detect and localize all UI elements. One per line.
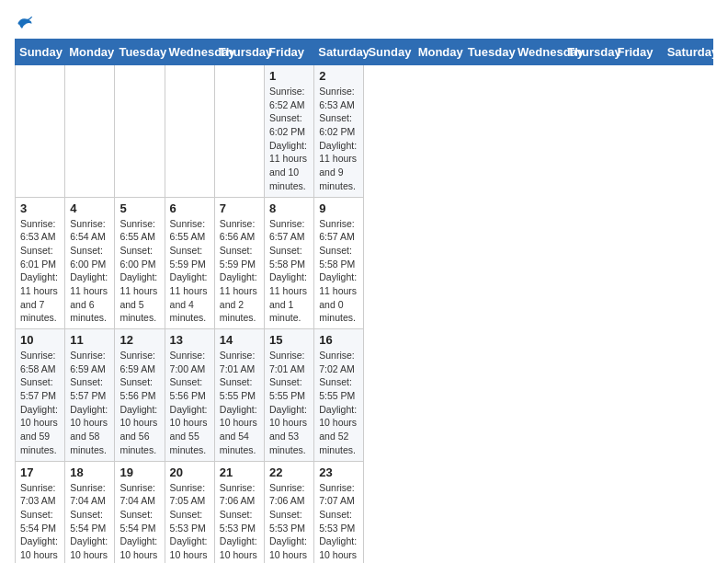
- calendar-day-cell: 4Sunrise: 6:54 AM Sunset: 6:00 PM Daylig…: [65, 197, 115, 329]
- logo: [15, 15, 33, 31]
- day-number: 6: [170, 201, 210, 215]
- calendar-day-cell: 7Sunrise: 6:56 AM Sunset: 5:59 PM Daylig…: [214, 197, 264, 329]
- day-number: 2: [319, 69, 358, 83]
- header-cell-wednesday: Wednesday: [514, 40, 563, 65]
- day-number: 22: [269, 465, 309, 479]
- header-thursday: Thursday: [214, 40, 264, 65]
- calendar-day-cell: 8Sunrise: 6:57 AM Sunset: 5:58 PM Daylig…: [265, 197, 314, 329]
- day-number: 8: [269, 201, 309, 215]
- day-info: Sunrise: 6:55 AM Sunset: 5:59 PM Dayligh…: [170, 217, 210, 326]
- header-monday: Monday: [65, 40, 115, 65]
- calendar-day-cell: 22Sunrise: 7:06 AM Sunset: 5:53 PM Dayli…: [265, 461, 314, 563]
- calendar-day-cell: [65, 65, 115, 198]
- header-cell-friday: Friday: [613, 40, 663, 65]
- day-info: Sunrise: 7:06 AM Sunset: 5:53 PM Dayligh…: [269, 481, 309, 564]
- day-info: Sunrise: 6:58 AM Sunset: 5:57 PM Dayligh…: [20, 349, 60, 457]
- calendar-day-cell: 21Sunrise: 7:06 AM Sunset: 5:53 PM Dayli…: [214, 461, 264, 563]
- calendar-day-cell: [16, 65, 65, 198]
- calendar-day-cell: 1Sunrise: 6:52 AM Sunset: 6:02 PM Daylig…: [265, 65, 314, 198]
- header-sunday: Sunday: [16, 40, 65, 65]
- day-number: 4: [70, 201, 109, 215]
- header-wednesday: Wednesday: [165, 40, 214, 65]
- page-header: [15, 15, 713, 31]
- header-tuesday: Tuesday: [115, 40, 165, 65]
- day-info: Sunrise: 7:04 AM Sunset: 5:54 PM Dayligh…: [70, 481, 109, 564]
- day-info: Sunrise: 6:53 AM Sunset: 6:01 PM Dayligh…: [20, 217, 60, 326]
- day-info: Sunrise: 7:00 AM Sunset: 5:56 PM Dayligh…: [170, 349, 210, 457]
- day-info: Sunrise: 7:01 AM Sunset: 5:55 PM Dayligh…: [220, 349, 259, 457]
- day-number: 21: [220, 465, 259, 479]
- calendar-day-cell: 3Sunrise: 6:53 AM Sunset: 6:01 PM Daylig…: [16, 197, 65, 329]
- day-info: Sunrise: 7:02 AM Sunset: 5:55 PM Dayligh…: [319, 349, 358, 457]
- calendar-day-cell: 16Sunrise: 7:02 AM Sunset: 5:55 PM Dayli…: [314, 329, 364, 462]
- day-number: 23: [319, 465, 358, 479]
- calendar-day-cell: 18Sunrise: 7:04 AM Sunset: 5:54 PM Dayli…: [65, 461, 115, 563]
- logo-bird-icon: [17, 15, 33, 31]
- calendar-day-cell: 15Sunrise: 7:01 AM Sunset: 5:55 PM Dayli…: [265, 329, 314, 462]
- day-info: Sunrise: 6:59 AM Sunset: 5:57 PM Dayligh…: [70, 349, 109, 457]
- header-cell-monday: Monday: [414, 40, 463, 65]
- day-info: Sunrise: 6:57 AM Sunset: 5:58 PM Dayligh…: [319, 217, 358, 326]
- day-info: Sunrise: 7:06 AM Sunset: 5:53 PM Dayligh…: [220, 481, 259, 564]
- day-info: Sunrise: 6:57 AM Sunset: 5:58 PM Dayligh…: [269, 217, 309, 326]
- day-number: 3: [20, 201, 60, 215]
- calendar-day-cell: [165, 65, 214, 198]
- header-cell-tuesday: Tuesday: [463, 40, 513, 65]
- calendar-day-cell: 5Sunrise: 6:55 AM Sunset: 6:00 PM Daylig…: [115, 197, 165, 329]
- calendar-day-cell: 14Sunrise: 7:01 AM Sunset: 5:55 PM Dayli…: [214, 329, 264, 462]
- calendar-week-3: 10Sunrise: 6:58 AM Sunset: 5:57 PM Dayli…: [16, 329, 713, 462]
- header-cell-sunday: Sunday: [364, 40, 414, 65]
- calendar-day-cell: 20Sunrise: 7:05 AM Sunset: 5:53 PM Dayli…: [165, 461, 214, 563]
- day-info: Sunrise: 6:55 AM Sunset: 6:00 PM Dayligh…: [119, 217, 159, 326]
- calendar-day-cell: [115, 65, 165, 198]
- calendar-day-cell: 17Sunrise: 7:03 AM Sunset: 5:54 PM Dayli…: [16, 461, 65, 563]
- header-cell-saturday: Saturday: [663, 40, 712, 65]
- day-number: 11: [70, 333, 109, 347]
- day-number: 18: [70, 465, 109, 479]
- day-info: Sunrise: 7:05 AM Sunset: 5:53 PM Dayligh…: [170, 481, 210, 564]
- day-number: 12: [119, 333, 159, 347]
- calendar-day-cell: 19Sunrise: 7:04 AM Sunset: 5:54 PM Dayli…: [115, 461, 165, 563]
- calendar-day-cell: 23Sunrise: 7:07 AM Sunset: 5:53 PM Dayli…: [314, 461, 364, 563]
- day-info: Sunrise: 6:59 AM Sunset: 5:56 PM Dayligh…: [119, 349, 159, 457]
- day-info: Sunrise: 7:03 AM Sunset: 5:54 PM Dayligh…: [20, 481, 60, 564]
- day-info: Sunrise: 7:01 AM Sunset: 5:55 PM Dayligh…: [269, 349, 309, 457]
- day-number: 15: [269, 333, 309, 347]
- header-friday: Friday: [265, 40, 314, 65]
- day-info: Sunrise: 7:04 AM Sunset: 5:54 PM Dayligh…: [119, 481, 159, 564]
- day-number: 14: [220, 333, 259, 347]
- day-info: Sunrise: 6:56 AM Sunset: 5:59 PM Dayligh…: [220, 217, 259, 326]
- calendar-day-cell: 13Sunrise: 7:00 AM Sunset: 5:56 PM Dayli…: [165, 329, 214, 462]
- day-info: Sunrise: 7:07 AM Sunset: 5:53 PM Dayligh…: [319, 481, 358, 564]
- header-cell-thursday: Thursday: [563, 40, 613, 65]
- calendar-table: SundayMondayTuesdayWednesdayThursdayFrid…: [15, 39, 713, 563]
- day-number: 9: [319, 201, 358, 215]
- day-number: 10: [20, 333, 60, 347]
- day-number: 7: [220, 201, 259, 215]
- day-number: 19: [119, 465, 159, 479]
- day-number: 1: [269, 69, 309, 83]
- day-info: Sunrise: 6:53 AM Sunset: 6:02 PM Dayligh…: [319, 85, 358, 193]
- calendar-week-4: 17Sunrise: 7:03 AM Sunset: 5:54 PM Dayli…: [16, 461, 713, 563]
- day-number: 13: [170, 333, 210, 347]
- day-number: 5: [119, 201, 159, 215]
- day-info: Sunrise: 6:54 AM Sunset: 6:00 PM Dayligh…: [70, 217, 109, 326]
- calendar-day-cell: 10Sunrise: 6:58 AM Sunset: 5:57 PM Dayli…: [16, 329, 65, 462]
- calendar-day-cell: 2Sunrise: 6:53 AM Sunset: 6:02 PM Daylig…: [314, 65, 364, 198]
- calendar-week-2: 3Sunrise: 6:53 AM Sunset: 6:01 PM Daylig…: [16, 197, 713, 329]
- calendar-day-cell: [214, 65, 264, 198]
- calendar-day-cell: 6Sunrise: 6:55 AM Sunset: 5:59 PM Daylig…: [165, 197, 214, 329]
- day-number: 16: [319, 333, 358, 347]
- day-info: Sunrise: 6:52 AM Sunset: 6:02 PM Dayligh…: [269, 85, 309, 193]
- calendar-week-1: 1Sunrise: 6:52 AM Sunset: 6:02 PM Daylig…: [16, 65, 713, 198]
- calendar-day-cell: 12Sunrise: 6:59 AM Sunset: 5:56 PM Dayli…: [115, 329, 165, 462]
- calendar-day-cell: 11Sunrise: 6:59 AM Sunset: 5:57 PM Dayli…: [65, 329, 115, 462]
- day-number: 17: [20, 465, 60, 479]
- day-number: 20: [170, 465, 210, 479]
- calendar-header-row: SundayMondayTuesdayWednesdayThursdayFrid…: [16, 40, 713, 65]
- header-saturday: Saturday: [314, 40, 364, 65]
- calendar-day-cell: 9Sunrise: 6:57 AM Sunset: 5:58 PM Daylig…: [314, 197, 364, 329]
